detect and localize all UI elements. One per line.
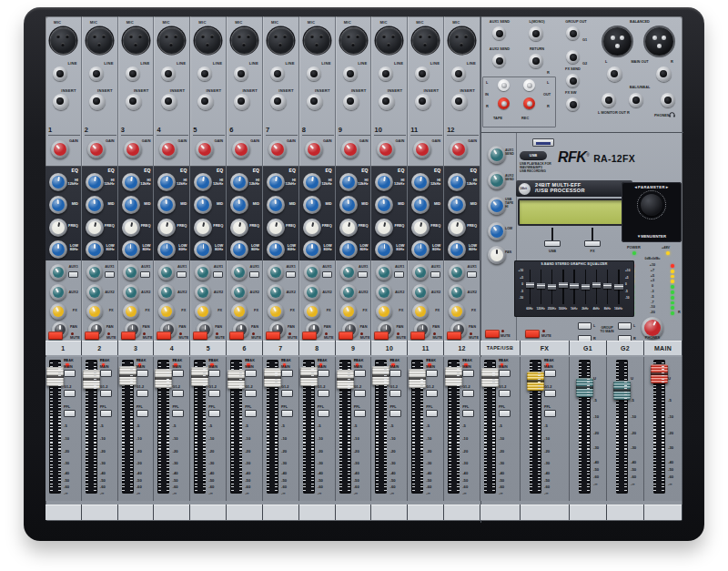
pfl-button[interactable] <box>172 410 184 417</box>
eq-mid-knob[interactable] <box>230 196 248 214</box>
master-aux2-send-knob[interactable] <box>488 171 506 189</box>
eq-low-knob[interactable] <box>267 240 285 259</box>
eq-low-knob[interactable] <box>157 240 176 259</box>
fader-cap[interactable] <box>300 367 318 386</box>
pfl-button[interactable] <box>64 410 76 417</box>
geq-slider-cap[interactable] <box>570 283 579 289</box>
fader-cap[interactable] <box>337 370 354 389</box>
fader-cap[interactable] <box>445 367 462 386</box>
aux2-knob[interactable] <box>231 284 248 301</box>
fader-cap[interactable] <box>83 370 100 389</box>
geq-slider-cap[interactable] <box>548 284 557 290</box>
aux1-pre-button[interactable] <box>322 271 332 278</box>
main-button[interactable] <box>354 370 366 377</box>
gain-knob[interactable] <box>268 140 287 158</box>
fader-cap[interactable] <box>651 364 668 383</box>
eq-freq-knob[interactable] <box>375 219 393 237</box>
eq-mid-knob[interactable] <box>122 196 140 214</box>
main-button[interactable] <box>245 370 257 377</box>
g1-2-button[interactable] <box>64 390 76 397</box>
aux1-pre-button[interactable] <box>213 271 223 278</box>
eq-freq-knob[interactable] <box>122 219 140 237</box>
pfl-button[interactable] <box>462 410 474 417</box>
mute-button[interactable] <box>48 331 63 340</box>
eq-mid-knob[interactable] <box>303 196 321 214</box>
aux1-knob[interactable] <box>195 264 211 280</box>
eq-low-knob[interactable] <box>339 240 358 259</box>
aux1-knob[interactable] <box>86 264 103 280</box>
eq-hi-knob[interactable] <box>157 173 176 191</box>
fader-cap[interactable] <box>46 367 64 386</box>
pfl-button[interactable] <box>245 410 257 417</box>
eq-low-knob[interactable] <box>122 240 140 259</box>
eq-low-knob[interactable] <box>194 240 212 259</box>
aux2-knob[interactable] <box>195 284 211 301</box>
main-button[interactable] <box>426 370 438 377</box>
eq-freq-knob[interactable] <box>267 219 285 237</box>
g1-2-button[interactable] <box>318 390 329 397</box>
parameter-knob[interactable] <box>641 194 662 216</box>
aux1-pre-button[interactable] <box>430 271 440 278</box>
mute-button[interactable] <box>229 331 244 340</box>
main-button[interactable] <box>462 370 474 377</box>
eq-hi-knob[interactable] <box>375 173 393 191</box>
gain-knob[interactable] <box>159 140 177 158</box>
eq-hi-knob[interactable] <box>339 173 358 191</box>
eq-hi-knob[interactable] <box>49 173 67 191</box>
fader-cap[interactable] <box>228 370 245 389</box>
fx-knob[interactable] <box>376 303 392 320</box>
fader-cap[interactable] <box>155 369 172 388</box>
aux1-pre-button[interactable] <box>467 271 477 278</box>
eq-mid-knob[interactable] <box>86 196 104 214</box>
eq-low-knob[interactable] <box>49 240 67 259</box>
mute-button[interactable] <box>193 331 207 340</box>
main-button[interactable] <box>208 370 220 377</box>
pfl-button[interactable] <box>426 410 438 417</box>
master-aux1-send-knob[interactable] <box>488 146 506 164</box>
fx-knob[interactable] <box>340 303 357 320</box>
g1-2-button[interactable] <box>354 390 366 397</box>
geq-slider-cap[interactable] <box>559 282 568 288</box>
eq-hi-knob[interactable] <box>86 173 104 191</box>
g1-2-button[interactable] <box>136 390 148 397</box>
aux2-knob[interactable] <box>376 284 392 301</box>
g1-2-button[interactable] <box>245 390 257 397</box>
main-button[interactable] <box>499 370 511 377</box>
eq-mid-knob[interactable] <box>267 196 285 214</box>
eq-hi-knob[interactable] <box>267 173 285 191</box>
eq-freq-knob[interactable] <box>157 219 176 237</box>
geq-slider-cap[interactable] <box>537 283 546 289</box>
eq-freq-knob[interactable] <box>86 219 104 237</box>
pfl-button[interactable] <box>281 410 293 417</box>
eq-freq-knob[interactable] <box>448 219 466 237</box>
eq-mid-knob[interactable] <box>157 196 176 214</box>
fader-cap[interactable] <box>576 378 593 397</box>
gain-knob[interactable] <box>196 140 214 158</box>
main-button[interactable] <box>172 370 184 377</box>
aux2-knob[interactable] <box>50 284 66 301</box>
mute-button[interactable] <box>374 331 389 340</box>
mute-button[interactable] <box>339 331 353 340</box>
fader-cap[interactable] <box>119 366 136 385</box>
pfl-button[interactable] <box>318 410 329 417</box>
tape-usb-mute-button[interactable] <box>485 330 500 338</box>
geq-slider-cap[interactable] <box>603 283 612 289</box>
main-button[interactable] <box>64 370 76 377</box>
mute-button[interactable] <box>121 331 136 340</box>
main-button[interactable] <box>281 370 293 377</box>
aux1-pre-button[interactable] <box>105 271 115 278</box>
main-button[interactable] <box>544 370 556 377</box>
aux2-knob[interactable] <box>268 284 284 301</box>
main-button[interactable] <box>389 370 401 377</box>
eq-low-knob[interactable] <box>230 240 248 259</box>
aux1-knob[interactable] <box>449 264 465 280</box>
eq-mid-knob[interactable] <box>448 196 466 214</box>
eq-freq-knob[interactable] <box>230 219 248 237</box>
aux2-knob[interactable] <box>449 284 465 301</box>
eq-low-knob[interactable] <box>86 240 104 259</box>
eq-freq-knob[interactable] <box>339 219 358 237</box>
fx-knob[interactable] <box>412 303 429 320</box>
pfl-button[interactable] <box>499 410 511 417</box>
g1-2-button[interactable] <box>462 390 474 397</box>
aux1-pre-button[interactable] <box>394 271 404 278</box>
